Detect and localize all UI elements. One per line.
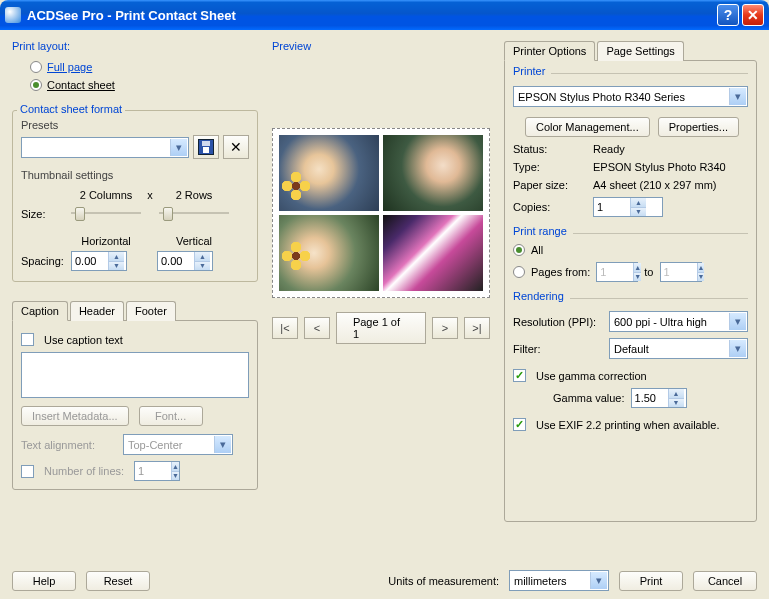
printer-combo[interactable]: EPSON Stylus Photo R340 Series▾ [513, 86, 748, 107]
radio-all[interactable] [513, 244, 525, 256]
spin-down-icon[interactable]: ▼ [630, 208, 646, 217]
reset-button[interactable]: Reset [86, 571, 150, 591]
pages-to-spinner[interactable]: ▲▼ [660, 262, 702, 282]
spin-down-icon[interactable]: ▼ [633, 273, 641, 282]
presets-combo[interactable]: ▾ [21, 137, 189, 158]
right-tabs: Printer Options Page Settings [504, 40, 757, 60]
all-label: All [531, 244, 543, 256]
columns-slider[interactable] [71, 205, 141, 223]
gamma-spinner[interactable]: ▲▼ [631, 388, 687, 408]
spin-up-icon[interactable]: ▲ [633, 263, 641, 273]
rows-slider[interactable] [159, 205, 229, 223]
pages-from-spinner[interactable]: ▲▼ [596, 262, 638, 282]
spin-up-icon[interactable]: ▲ [697, 263, 705, 273]
spin-up-icon[interactable]: ▲ [194, 252, 210, 262]
spin-up-icon[interactable]: ▲ [108, 252, 124, 262]
radio-contact-sheet[interactable] [30, 79, 42, 91]
spin-down-icon[interactable]: ▼ [668, 399, 684, 408]
help-button[interactable]: Help [12, 571, 76, 591]
chevron-down-icon[interactable]: ▾ [214, 436, 231, 453]
printer-selected: EPSON Stylus Photo R340 Series [518, 91, 685, 103]
number-of-lines-checkbox[interactable] [21, 465, 34, 478]
pages-to-input[interactable] [661, 263, 697, 281]
horizontal-spacing-spinner[interactable]: ▲▼ [71, 251, 127, 271]
prev-page-button[interactable]: < [304, 317, 330, 339]
tab-page-settings[interactable]: Page Settings [597, 41, 684, 61]
tab-caption[interactable]: Caption [12, 301, 68, 321]
spacing-label: Spacing: [21, 255, 71, 267]
chevron-down-icon[interactable]: ▾ [590, 572, 607, 589]
filter-combo[interactable]: Default▾ [609, 338, 748, 359]
vertical-spacing-input[interactable] [158, 252, 194, 270]
use-caption-checkbox[interactable] [21, 333, 34, 346]
printer-legend: Printer [513, 65, 551, 77]
last-page-button[interactable]: >| [464, 317, 490, 339]
dialog-footer: Help Reset Units of measurement: millime… [12, 570, 757, 591]
gamma-input[interactable] [632, 389, 668, 407]
paper-value: A4 sheet (210 x 297 mm) [593, 179, 717, 191]
number-of-lines-input[interactable] [135, 462, 171, 480]
resolution-combo[interactable]: 600 ppi - Ultra high▾ [609, 311, 748, 332]
gamma-label: Use gamma correction [536, 370, 647, 382]
spin-down-icon[interactable]: ▼ [108, 262, 124, 271]
app-icon [5, 7, 21, 23]
gamma-checkbox[interactable] [513, 369, 526, 382]
spin-up-icon[interactable]: ▲ [171, 462, 179, 472]
cancel-button[interactable]: Cancel [693, 571, 757, 591]
number-of-lines-spinner[interactable]: ▲▼ [134, 461, 180, 481]
page-indicator: Page 1 of 1 [336, 312, 426, 344]
tab-footer[interactable]: Footer [126, 301, 176, 321]
presets-label: Presets [21, 119, 249, 131]
first-page-button[interactable]: |< [272, 317, 298, 339]
preview-thumb-1 [279, 135, 379, 211]
floppy-icon [198, 139, 214, 155]
insert-metadata-button[interactable]: Insert Metadata... [21, 406, 129, 426]
columns-value: 2 [80, 189, 86, 201]
print-button[interactable]: Print [619, 571, 683, 591]
text-alignment-value: Top-Center [128, 439, 182, 451]
chevron-down-icon[interactable]: ▾ [729, 88, 746, 105]
tab-printer-options[interactable]: Printer Options [504, 41, 595, 61]
copies-input[interactable] [594, 198, 630, 216]
paper-label: Paper size: [513, 179, 593, 191]
radio-full-page[interactable] [30, 61, 42, 73]
copies-label: Copies: [513, 201, 593, 213]
radio-pages-from[interactable] [513, 266, 525, 278]
color-management-button[interactable]: Color Management... [525, 117, 650, 137]
status-value: Ready [593, 143, 625, 155]
exif-checkbox[interactable] [513, 418, 526, 431]
text-alignment-combo[interactable]: Top-Center▾ [123, 434, 233, 455]
units-combo[interactable]: millimeters▾ [509, 570, 609, 591]
delete-preset-button[interactable]: ✕ [223, 135, 249, 159]
spin-up-icon[interactable]: ▲ [630, 198, 646, 208]
vertical-spacing-spinner[interactable]: ▲▼ [157, 251, 213, 271]
chevron-down-icon[interactable]: ▾ [170, 139, 187, 156]
spin-up-icon[interactable]: ▲ [668, 389, 684, 399]
tab-header[interactable]: Header [70, 301, 124, 321]
chevron-down-icon[interactable]: ▾ [729, 340, 746, 357]
caption-textarea[interactable] [21, 352, 249, 398]
horizontal-spacing-input[interactable] [72, 252, 108, 270]
pages-from-input[interactable] [597, 263, 633, 281]
contact-sheet-format-group: Contact sheet format Presets ▾ ✕ Thumbna… [12, 110, 258, 282]
csf-legend: Contact sheet format [17, 103, 125, 115]
next-page-button[interactable]: > [432, 317, 458, 339]
size-label: Size: [21, 208, 71, 220]
spin-down-icon[interactable]: ▼ [697, 273, 705, 282]
to-label: to [644, 266, 653, 278]
properties-button[interactable]: Properties... [658, 117, 739, 137]
chevron-down-icon[interactable]: ▾ [729, 313, 746, 330]
copies-spinner[interactable]: ▲▼ [593, 197, 663, 217]
rows-value: 2 [176, 189, 182, 201]
titlebar-help-button[interactable]: ? [717, 4, 739, 26]
full-page-link[interactable]: Full page [47, 61, 92, 73]
titlebar-close-button[interactable]: ✕ [742, 4, 764, 26]
contact-sheet-link[interactable]: Contact sheet [47, 79, 115, 91]
font-button[interactable]: Font... [139, 406, 203, 426]
spin-down-icon[interactable]: ▼ [194, 262, 210, 271]
units-value: millimeters [514, 575, 567, 587]
preview-area [272, 128, 490, 298]
pager: |< < Page 1 of 1 > >| [272, 312, 490, 344]
save-preset-button[interactable] [193, 135, 219, 159]
spin-down-icon[interactable]: ▼ [171, 472, 179, 481]
